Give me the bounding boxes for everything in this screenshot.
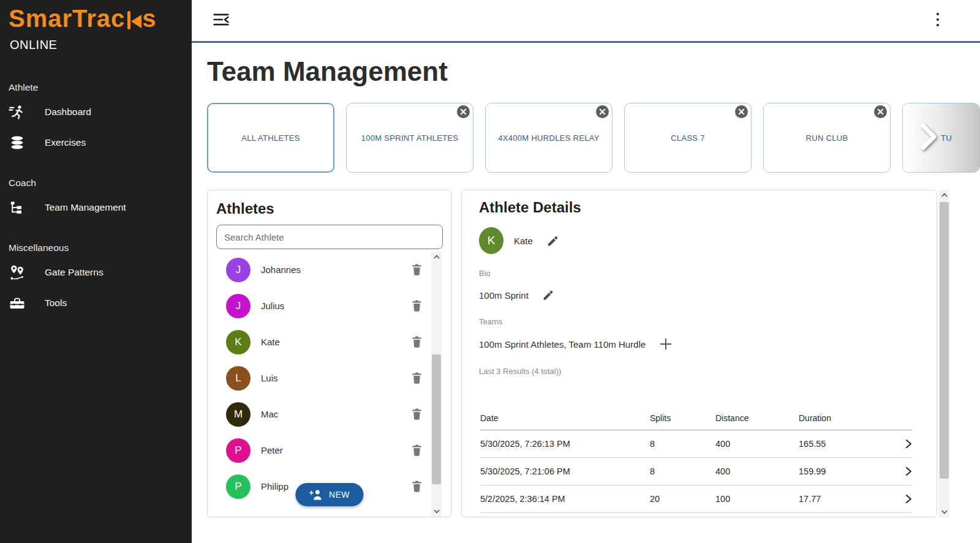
table-row[interactable]: 5/2/2025, 2:36:14 PM 20 100 17.77 xyxy=(480,485,912,513)
person-add-icon xyxy=(309,490,323,500)
trash-icon[interactable] xyxy=(411,480,423,493)
list-item-kate[interactable]: K Kate xyxy=(208,324,451,360)
teams-value: 100m Sprint Athletes, Team 110m Hurdle xyxy=(479,339,646,350)
team-card-run-club[interactable]: RUN CLUB xyxy=(763,103,891,173)
collapse-menu-icon[interactable] xyxy=(211,10,231,30)
team-cards-row: ALL ATHLETES 100M SPRINT ATHLETES 4X400M… xyxy=(207,103,980,173)
cell-splits: 20 xyxy=(650,494,715,504)
avatar: M xyxy=(226,402,251,427)
athlete-name: Johannes xyxy=(261,264,411,275)
avatar: P xyxy=(226,474,251,499)
sidebar-item-team-management[interactable]: Team Management xyxy=(0,192,192,223)
kebab-menu-icon[interactable] xyxy=(929,10,946,30)
trash-icon[interactable] xyxy=(411,444,423,457)
scroll-up-icon[interactable] xyxy=(939,190,949,200)
athlete-name: Kate xyxy=(514,236,533,246)
athletes-panel: Athletes J Johannes J Julius xyxy=(207,190,451,517)
avatar: J xyxy=(226,294,251,318)
brand-name-prefix: SmarTrac xyxy=(9,6,125,31)
details-panel-title: Athlete Details xyxy=(479,199,937,216)
athletes-panel-title: Athletes xyxy=(216,200,451,217)
list-item-peter[interactable]: P Peter xyxy=(208,432,451,468)
avatar: K xyxy=(226,330,251,354)
page-title: Team Management xyxy=(207,56,448,87)
database-icon xyxy=(9,135,25,151)
table-row[interactable]: 5/30/2025, 7:21:06 PM 8 400 159.99 xyxy=(480,458,912,485)
logo-k-bar xyxy=(127,11,130,29)
scroll-up-icon[interactable] xyxy=(431,252,442,262)
topbar xyxy=(192,0,980,43)
chevron-right-icon[interactable] xyxy=(920,123,937,153)
team-card-label: TU xyxy=(941,133,952,143)
list-item-johannes[interactable]: J Johannes xyxy=(208,252,451,288)
scrollbar-thumb[interactable] xyxy=(432,354,441,484)
table-row[interactable]: 5/30/2025, 7:26:13 PM 8 400 165.55 xyxy=(480,430,912,458)
sidebar-nav: Athlete Dashboard xyxy=(0,76,192,318)
close-icon[interactable] xyxy=(595,104,610,119)
nav-section-coach: Coach xyxy=(0,171,192,192)
brand-logo: SmarTrac s xyxy=(9,6,157,31)
column-header-distance: Distance xyxy=(715,413,799,423)
column-header-splits: Splits xyxy=(650,413,715,423)
sidebar-item-gate-patterns[interactable]: Gate Patterns xyxy=(0,257,192,288)
search-input[interactable] xyxy=(216,225,443,249)
plus-icon[interactable] xyxy=(659,337,673,351)
pencil-icon[interactable] xyxy=(542,289,554,301)
team-card-partial[interactable]: TU xyxy=(902,103,980,173)
athlete-name: Mac xyxy=(261,409,411,419)
toolbox-icon xyxy=(9,295,25,312)
trash-icon[interactable] xyxy=(411,408,423,421)
pencil-icon[interactable] xyxy=(546,234,559,247)
sidebar-item-dashboard[interactable]: Dashboard xyxy=(0,97,192,127)
nav-section-athlete: Athlete xyxy=(0,76,192,97)
cell-duration: 17.77 xyxy=(799,494,897,504)
athlete-header-row: K Kate xyxy=(479,227,937,254)
trash-icon[interactable] xyxy=(411,263,423,276)
nav-section-miscellaneous: Miscellaneous xyxy=(0,236,192,257)
cell-date: 5/30/2025, 7:21:06 PM xyxy=(480,466,650,476)
athlete-list-scrollbar[interactable] xyxy=(431,252,442,517)
scroll-down-icon[interactable] xyxy=(431,506,442,517)
team-card-label: 4X400M HURDLES RELAY xyxy=(492,133,605,143)
scroll-down-icon[interactable] xyxy=(939,507,949,517)
results-label: Last 3 Results (4 total)) xyxy=(479,367,937,376)
trash-icon[interactable] xyxy=(411,335,423,348)
chevron-right-icon[interactable] xyxy=(897,494,912,504)
sidebar: SmarTrac s ONLINE Athlete xyxy=(0,0,192,543)
athlete-name: Kate xyxy=(261,337,411,347)
list-item-mac[interactable]: M Mac xyxy=(208,396,451,432)
athlete-name: Julius xyxy=(261,301,411,311)
cell-date: 5/2/2025, 2:36:14 PM xyxy=(480,494,650,504)
list-item-luis[interactable]: L Luis xyxy=(208,360,451,396)
trash-icon[interactable] xyxy=(411,372,423,384)
team-card-4x400m-hurdles[interactable]: 4X400M HURDLES RELAY xyxy=(485,103,612,173)
team-card-class-7[interactable]: CLASS 7 xyxy=(624,103,752,173)
sidebar-item-exercises[interactable]: Exercises xyxy=(0,127,192,158)
team-card-all-athletes[interactable]: ALL ATHLETES xyxy=(207,103,334,173)
map-pins-icon xyxy=(9,264,25,281)
athlete-name: Luis xyxy=(261,373,411,383)
sidebar-item-label: Exercises xyxy=(45,137,86,148)
close-icon[interactable] xyxy=(873,104,888,119)
main-content: Team Management ALL ATHLETES 100M SPRINT… xyxy=(192,43,980,543)
sidebar-item-tools[interactable]: Tools xyxy=(0,288,192,318)
list-item-julius[interactable]: J Julius xyxy=(208,288,451,324)
athlete-list: J Johannes J Julius K Kate xyxy=(208,252,451,517)
cell-distance: 400 xyxy=(715,466,799,476)
team-card-label: RUN CLUB xyxy=(800,133,854,143)
scrollbar-thumb[interactable] xyxy=(940,202,949,479)
sidebar-item-label: Tools xyxy=(45,298,67,309)
table-header-row: Date Splits Distance Duration xyxy=(480,406,912,430)
close-icon[interactable] xyxy=(734,104,749,119)
trash-icon[interactable] xyxy=(411,299,423,312)
team-card-100m-sprint[interactable]: 100M SPRINT ATHLETES xyxy=(346,103,473,173)
logo-triangle-icon xyxy=(131,15,141,28)
chevron-right-icon[interactable] xyxy=(897,439,912,449)
add-athlete-button[interactable]: NEW xyxy=(295,483,363,506)
chevron-right-icon[interactable] xyxy=(897,466,912,476)
team-card-label: ALL ATHLETES xyxy=(235,133,306,143)
column-header-duration: Duration xyxy=(799,413,897,423)
close-icon[interactable] xyxy=(456,104,471,119)
details-scrollbar[interactable] xyxy=(939,190,949,517)
org-tree-icon xyxy=(9,200,25,216)
